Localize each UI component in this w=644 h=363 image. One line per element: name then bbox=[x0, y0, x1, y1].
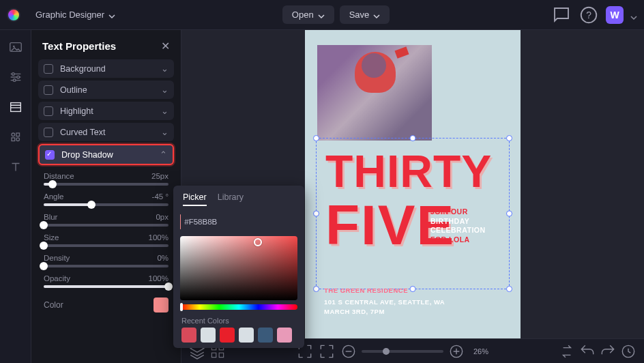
resize-handle[interactable] bbox=[506, 135, 512, 141]
recent-color-swatch[interactable] bbox=[258, 328, 273, 343]
checkbox[interactable] bbox=[44, 106, 53, 116]
chevron-down-icon: ⌄ bbox=[161, 127, 169, 137]
section-highlight[interactable]: Highlight⌄ bbox=[38, 102, 174, 120]
svg-point-8 bbox=[12, 133, 15, 136]
resize-handle[interactable] bbox=[410, 135, 416, 141]
image-tool-icon[interactable] bbox=[8, 40, 23, 55]
layout-tool-icon[interactable] bbox=[8, 100, 23, 115]
svg-rect-18 bbox=[211, 353, 216, 358]
cycle-icon[interactable] bbox=[558, 343, 576, 360]
panel-title: Text Properties bbox=[42, 40, 116, 52]
undo-icon[interactable] bbox=[579, 343, 596, 360]
section-curved-text[interactable]: Curved Text⌄ bbox=[38, 123, 174, 141]
chevron-down-icon bbox=[373, 12, 380, 18]
text-tool-icon[interactable] bbox=[8, 160, 23, 175]
svg-rect-19 bbox=[219, 353, 224, 358]
section-drop-shadow[interactable]: Drop Shadow⌃ bbox=[38, 144, 174, 165]
recent-color-swatch[interactable] bbox=[201, 328, 216, 343]
hue-thumb[interactable] bbox=[180, 303, 183, 311]
zoom-value[interactable]: 26% bbox=[473, 347, 488, 355]
cta-text[interactable]: JOIN OUR BIRTHDAY CELEBRATION FOR LOLA bbox=[430, 207, 486, 245]
chevron-down-icon bbox=[108, 12, 115, 18]
open-button[interactable]: Open bbox=[282, 5, 334, 24]
checkbox[interactable] bbox=[44, 85, 53, 95]
mode-label: Graphic Designer bbox=[35, 10, 104, 20]
resize-handle[interactable] bbox=[313, 286, 319, 292]
color-label: Color bbox=[44, 300, 63, 310]
checkbox[interactable] bbox=[44, 64, 53, 74]
app-logo[interactable] bbox=[7, 8, 20, 22]
tab-library[interactable]: Library bbox=[218, 192, 244, 206]
chevron-down-icon bbox=[318, 12, 325, 18]
chevron-down-icon: ⌄ bbox=[161, 106, 169, 116]
headline-line1[interactable]: THIRTY bbox=[325, 153, 492, 190]
chat-icon[interactable] bbox=[551, 5, 572, 25]
chevron-up-icon: ⌃ bbox=[160, 149, 167, 160]
zoom-in-icon[interactable] bbox=[448, 343, 465, 360]
recent-color-swatch[interactable] bbox=[239, 328, 254, 343]
chevron-down-icon: ⌄ bbox=[161, 63, 169, 74]
svg-text:?: ? bbox=[586, 10, 591, 20]
user-avatar[interactable]: W bbox=[606, 6, 624, 24]
zoom-thumb[interactable] bbox=[383, 348, 390, 355]
svg-rect-9 bbox=[16, 133, 19, 136]
shadow-color-swatch[interactable] bbox=[153, 297, 169, 313]
recent-color-swatch[interactable] bbox=[277, 328, 292, 343]
saturation-value-picker[interactable] bbox=[180, 236, 297, 300]
design-page[interactable]: THIRTY FIVE JOIN OUR BIRTHDAY CELEBRATIO… bbox=[305, 30, 521, 341]
chevron-down-icon[interactable] bbox=[630, 12, 637, 18]
zoom-out-icon[interactable] bbox=[340, 343, 357, 360]
section-outline[interactable]: Outline⌄ bbox=[38, 81, 174, 99]
svg-point-6 bbox=[13, 79, 16, 82]
footer-text[interactable]: THE GREEN RESIDENCE 101 S CENTRAL AVE, S… bbox=[324, 286, 445, 317]
recent-color-swatch[interactable] bbox=[181, 328, 196, 343]
section-background[interactable]: Background⌄ bbox=[38, 59, 174, 78]
checkbox[interactable] bbox=[44, 128, 53, 137]
recent-colors-label: Recent Colors bbox=[173, 313, 304, 328]
slider-angle[interactable]: Angle-45 ° bbox=[44, 192, 169, 206]
recent-colors-row bbox=[173, 328, 304, 343]
save-label: Save bbox=[349, 10, 370, 20]
svg-point-5 bbox=[16, 76, 19, 78]
history-icon[interactable] bbox=[619, 343, 637, 360]
svg-point-4 bbox=[12, 73, 14, 76]
resize-handle[interactable] bbox=[313, 135, 319, 141]
slider-opacity[interactable]: Opacity100% bbox=[44, 274, 169, 288]
svg-rect-10 bbox=[12, 138, 15, 141]
recent-color-swatch[interactable] bbox=[220, 328, 235, 343]
text-selection[interactable]: THIRTY FIVE JOIN OUR BIRTHDAY CELEBRATIO… bbox=[317, 139, 508, 288]
help-icon[interactable]: ? bbox=[579, 5, 599, 25]
slider-size[interactable]: Size100% bbox=[44, 233, 169, 247]
color-picker-popover: Picker Library Recent Colors bbox=[173, 186, 304, 348]
resize-handle[interactable] bbox=[313, 211, 319, 217]
tab-picker[interactable]: Picker bbox=[183, 192, 207, 206]
slider-distance[interactable]: Distance25px bbox=[44, 172, 169, 186]
save-button[interactable]: Save bbox=[340, 5, 390, 24]
checkbox-checked[interactable] bbox=[45, 150, 55, 160]
close-icon[interactable]: ✕ bbox=[161, 40, 170, 53]
actual-size-icon[interactable] bbox=[318, 343, 336, 360]
elements-tool-icon[interactable] bbox=[8, 130, 23, 145]
zoom-slider[interactable] bbox=[362, 350, 443, 353]
svg-rect-7 bbox=[10, 103, 20, 112]
left-rail bbox=[0, 30, 31, 363]
mode-selector[interactable]: Graphic Designer bbox=[30, 7, 121, 23]
open-label: Open bbox=[292, 10, 314, 20]
slider-blur[interactable]: Blur0px bbox=[44, 213, 169, 227]
hue-slider[interactable] bbox=[180, 304, 297, 310]
redo-icon[interactable] bbox=[599, 343, 617, 360]
adjust-tool-icon[interactable] bbox=[8, 70, 23, 85]
resize-handle[interactable] bbox=[506, 211, 512, 217]
sv-cursor[interactable] bbox=[254, 238, 262, 246]
properties-panel: Text Properties ✕ Background⌄ Outline⌄ H… bbox=[31, 30, 181, 363]
chevron-down-icon: ⌄ bbox=[161, 85, 169, 95]
svg-point-11 bbox=[16, 138, 19, 141]
hero-photo[interactable] bbox=[317, 45, 432, 141]
resize-handle[interactable] bbox=[506, 286, 512, 292]
slider-density[interactable]: Density0% bbox=[44, 254, 169, 267]
hex-input[interactable] bbox=[184, 218, 284, 226]
